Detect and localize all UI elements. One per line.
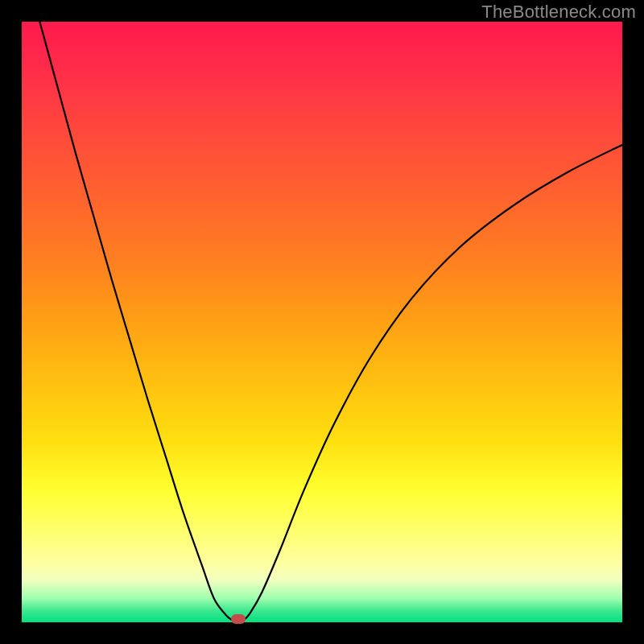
optimal-point-marker — [231, 614, 246, 624]
watermark-text: TheBottleneck.com — [481, 2, 636, 23]
chart-plot-area — [22, 22, 622, 622]
chart-frame: TheBottleneck.com — [0, 0, 644, 644]
